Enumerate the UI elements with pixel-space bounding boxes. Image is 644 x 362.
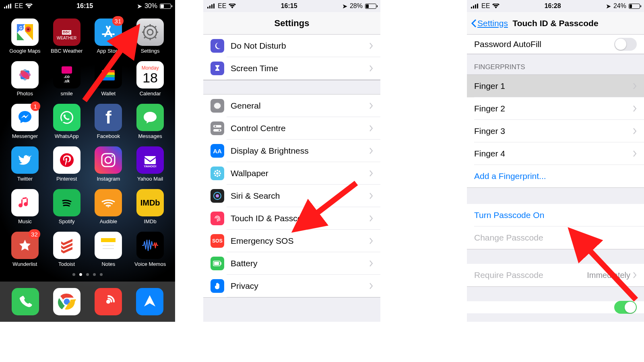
app-facebook[interactable]: f Facebook bbox=[89, 104, 129, 139]
battery-icon bbox=[211, 257, 224, 270]
chevron-right-icon bbox=[633, 128, 637, 134]
svg-rect-32 bbox=[144, 156, 156, 164]
page-indicator[interactable] bbox=[0, 273, 175, 276]
chevron-right-icon bbox=[369, 65, 373, 72]
app-messages[interactable]: Messages bbox=[130, 104, 170, 139]
app-google-maps[interactable]: G Google Maps bbox=[5, 19, 45, 54]
row-display-brightness[interactable]: AA Display & Brightness bbox=[203, 140, 380, 162]
row-finger-4[interactable]: Finger 4 bbox=[467, 142, 644, 165]
page-title: Settings bbox=[275, 18, 310, 29]
chevron-right-icon bbox=[369, 170, 373, 177]
app-whatsapp[interactable]: WhatsApp bbox=[47, 104, 87, 139]
toggle-autofill[interactable] bbox=[614, 38, 637, 51]
app-messenger[interactable]: 1 Messenger bbox=[5, 104, 45, 139]
row-finger-1[interactable]: Finger 1 bbox=[467, 75, 644, 97]
toggles-icon bbox=[211, 121, 224, 135]
app-todoist[interactable]: Todoist bbox=[47, 232, 87, 267]
app-label: Instagram bbox=[97, 176, 120, 182]
status-bar: EE 16:15 ➤ 28% bbox=[203, 0, 380, 12]
svg-point-56 bbox=[219, 175, 220, 176]
battery-pct: 30% bbox=[144, 2, 157, 10]
app-audible[interactable]: Audible bbox=[89, 189, 129, 224]
row-battery[interactable]: Battery bbox=[203, 252, 380, 275]
app-label: Notes bbox=[101, 261, 115, 267]
app-label: WhatsApp bbox=[55, 133, 79, 139]
clock: 16:28 bbox=[545, 2, 561, 10]
app-label: Yahoo Mail bbox=[137, 176, 163, 182]
back-button[interactable]: Settings bbox=[471, 19, 508, 28]
location-icon: ➤ bbox=[137, 2, 142, 10]
svg-text:YAHOO!: YAHOO! bbox=[144, 165, 156, 168]
AA-icon: AA bbox=[211, 144, 224, 158]
app-instagram[interactable]: Instagram bbox=[89, 146, 129, 182]
svg-point-53 bbox=[215, 171, 216, 172]
annotation-arrow bbox=[288, 179, 360, 241]
chevron-right-icon bbox=[369, 215, 373, 222]
row-general[interactable]: General bbox=[203, 95, 380, 117]
app-voice-memos[interactable]: Voice Memos bbox=[130, 232, 170, 267]
app-pinterest[interactable]: Pinterest bbox=[47, 146, 87, 182]
chevron-right-icon bbox=[633, 105, 637, 112]
app-twitter[interactable]: Twitter bbox=[5, 146, 45, 182]
battery-pct: 28% bbox=[350, 2, 363, 10]
chevron-right-icon bbox=[369, 238, 373, 244]
row-label: Finger 4 bbox=[474, 149, 633, 158]
signal-icon bbox=[4, 4, 12, 8]
app-imdb[interactable]: IMDb IMDb bbox=[130, 189, 170, 224]
row-label: Finger 1 bbox=[474, 81, 633, 91]
row-privacy[interactable]: Privacy bbox=[203, 275, 380, 297]
app-label: Music bbox=[18, 218, 32, 224]
dock bbox=[0, 282, 175, 322]
dock-app-chrome[interactable] bbox=[53, 288, 80, 315]
chevron-right-icon bbox=[633, 150, 637, 157]
chevron-right-icon bbox=[633, 83, 637, 89]
home-screen: EE 16:15 ➤ 30% G Google MapsBBCWEATHER B… bbox=[0, 0, 175, 322]
annotation-arrow bbox=[76, 20, 145, 106]
row-do-not-disturb[interactable]: Do Not Disturb bbox=[203, 35, 380, 57]
row-add-fingerprint[interactable]: Add a Fingerprint... bbox=[467, 165, 644, 187]
app-spotify[interactable]: Spotify bbox=[47, 189, 87, 224]
app-label: Wunderlist bbox=[12, 261, 37, 267]
chevron-right-icon bbox=[369, 43, 373, 49]
row-finger-3[interactable]: Finger 3 bbox=[467, 120, 644, 142]
row-label: Display & Brightness bbox=[231, 146, 369, 156]
app-label: Twitter bbox=[17, 176, 33, 182]
app-photos[interactable]: Photos bbox=[5, 61, 45, 97]
section-header-fingerprints: FINGERPRINTS bbox=[467, 54, 644, 75]
row-label: Privacy bbox=[231, 281, 369, 291]
signal-icon bbox=[471, 4, 479, 8]
row-screen-time[interactable]: Screen Time bbox=[203, 57, 380, 80]
settings-screen: EE 16:15 ➤ 28% Settings Do Not Disturb S… bbox=[203, 0, 380, 322]
row-password-autofill[interactable]: Password AutoFill bbox=[467, 35, 644, 54]
app-label: Google Maps bbox=[9, 48, 40, 54]
row-label: Screen Time bbox=[231, 64, 369, 73]
SOS-icon: SOS bbox=[211, 234, 224, 248]
status-bar: EE 16:15 ➤ 30% bbox=[0, 0, 175, 12]
row-control-centre[interactable]: Control Centre bbox=[203, 117, 380, 140]
app-music[interactable]: Music bbox=[5, 189, 45, 224]
app-label: Facebook bbox=[97, 133, 120, 139]
app-label: Voice Memos bbox=[134, 261, 166, 267]
row-label: Finger 2 bbox=[474, 104, 633, 113]
touchid-screen: EE 16:28 ➤ 24% Settings Touch ID & Passc… bbox=[467, 0, 644, 322]
dock-app-phone[interactable] bbox=[12, 288, 39, 315]
chevron-right-icon bbox=[369, 103, 373, 109]
section-separator bbox=[203, 80, 380, 95]
svg-rect-36 bbox=[101, 242, 116, 253]
moon-icon bbox=[211, 39, 224, 53]
chevron-right-icon bbox=[369, 125, 373, 132]
svg-point-6 bbox=[147, 29, 153, 35]
row-finger-2[interactable]: Finger 2 bbox=[467, 97, 644, 120]
app-notes[interactable]: Notes bbox=[89, 232, 129, 267]
svg-point-30 bbox=[105, 157, 111, 163]
battery-icon bbox=[160, 4, 171, 9]
dock-app-pocket-casts[interactable] bbox=[95, 288, 122, 315]
dock-app-arrow[interactable] bbox=[136, 288, 163, 315]
chevron-right-icon bbox=[369, 193, 373, 199]
siri-icon bbox=[211, 189, 224, 203]
app-wunderlist[interactable]: 32 Wunderlist bbox=[5, 232, 45, 267]
svg-point-55 bbox=[215, 175, 216, 176]
annotation-arrow bbox=[559, 223, 640, 305]
svg-line-62 bbox=[296, 183, 356, 229]
app-yahoo-mail[interactable]: YAHOO! Yahoo Mail bbox=[130, 146, 170, 182]
